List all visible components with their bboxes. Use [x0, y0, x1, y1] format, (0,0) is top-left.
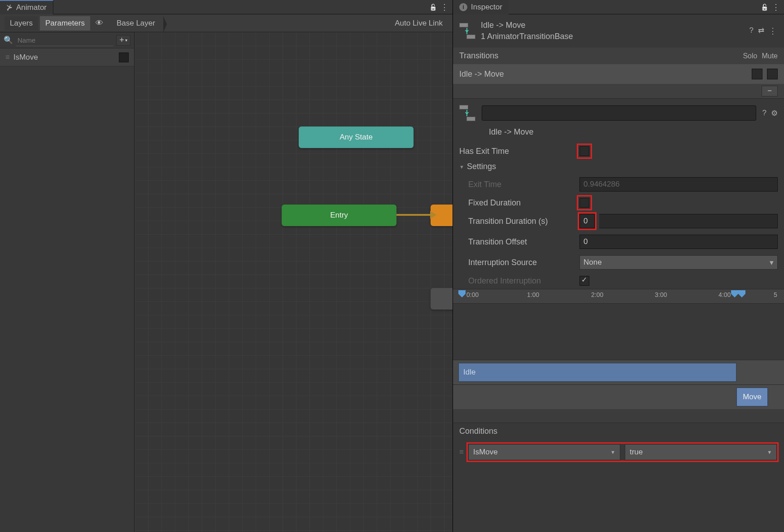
mute-label: Mute — [762, 52, 778, 60]
help-icon[interactable]: ? — [762, 109, 767, 118]
solo-label: Solo — [743, 52, 757, 60]
playhead-start-icon[interactable] — [457, 289, 466, 301]
gear-icon[interactable]: ⚙ — [771, 109, 778, 118]
settings-icon[interactable]: ⇄ — [758, 26, 764, 36]
animator-graph[interactable]: Any State Entry Idle Move — [135, 32, 453, 532]
transition-offset-label: Transition Offset — [459, 237, 575, 247]
animator-tab[interactable]: ⊁ Animator — [0, 0, 53, 14]
ruler-tick: 2:00 — [591, 291, 603, 298]
settings-foldout[interactable]: Settings — [453, 159, 784, 174]
inspector-tab[interactable]: i Inspector — [453, 0, 509, 14]
transition-offset-row: Transition Offset — [453, 231, 784, 252]
ordered-interruption-checkbox — [579, 276, 589, 286]
lock-icon[interactable] — [429, 4, 436, 11]
animator-toolbar: Layers Parameters 👁 Base Layer Auto Live… — [0, 14, 453, 32]
fixed-duration-row: Fixed Duration — [453, 195, 784, 211]
drag-handle-icon[interactable]: ≡ — [459, 448, 463, 457]
transition-offset-field[interactable] — [579, 235, 778, 249]
transition-duration-label: Transition Duration (s) — [459, 217, 575, 226]
ruler-tick: 3:00 — [655, 291, 667, 298]
mute-checkbox[interactable] — [767, 69, 778, 79]
node-entry[interactable]: Entry — [282, 205, 396, 226]
interruption-source-select[interactable]: None — [579, 255, 778, 270]
animator-tab-label: Animator — [16, 3, 47, 12]
playhead-out-icon[interactable] — [737, 289, 746, 301]
inspector-tab-label: Inspector — [471, 3, 502, 12]
parameters-tab-btn[interactable]: Parameters — [40, 16, 90, 31]
panel-menu-icon[interactable] — [441, 4, 448, 11]
transition-list-item[interactable]: Idle -> Move — [453, 64, 784, 84]
timeline-idle-track[interactable]: Idle — [453, 360, 784, 384]
menu-icon[interactable] — [769, 26, 777, 36]
help-icon[interactable]: ? — [749, 26, 754, 36]
animator-tab-bar: ⊁ Animator — [0, 0, 453, 14]
settings-label: Settings — [467, 162, 496, 171]
interruption-source-label: Interruption Source — [459, 258, 575, 267]
exit-time-field — [579, 177, 778, 192]
eye-icon[interactable]: 👁 — [96, 19, 103, 28]
transition-name-row: ? ⚙ — [453, 99, 784, 127]
parameter-item[interactable]: ≡ IsMove — [0, 48, 134, 66]
parameter-name: IsMove — [13, 53, 38, 62]
inspector-panel: i Inspector Idle -> Move 1 AnimatorTrans… — [453, 0, 784, 532]
has-exit-time-row: Has Exit Time — [453, 143, 784, 159]
ordered-interruption-row: Ordered Interruption — [453, 273, 784, 289]
condition-parameter-select[interactable]: IsMove — [468, 444, 620, 460]
timeline-ruler[interactable]: 0:00 1:00 2:00 3:00 4:00 5 — [453, 289, 784, 304]
animator-icon: ⊁ — [6, 3, 13, 12]
inspector-subtitle: 1 AnimatorTransitionBase — [481, 32, 573, 41]
transition-item-label: Idle -> Move — [459, 70, 504, 79]
layers-tab-btn[interactable]: Layers — [4, 16, 38, 31]
transition-name-input[interactable] — [482, 105, 756, 121]
node-any-state[interactable]: Any State — [299, 126, 414, 148]
breadcrumb[interactable]: Base Layer — [111, 16, 163, 31]
transition-timeline[interactable]: 0:00 1:00 2:00 3:00 4:00 5 Idle Move — [453, 289, 784, 423]
transition-icon — [459, 23, 475, 39]
ruler-tick: 4:00 — [719, 291, 731, 298]
lock-icon[interactable] — [761, 4, 768, 11]
transition-name-label: Idle -> Move — [453, 127, 784, 143]
drag-handle-icon[interactable]: ≡ — [5, 53, 9, 62]
condition-value-select[interactable]: true — [625, 444, 777, 460]
condition-row: ≡ IsMove true — [453, 440, 784, 465]
node-move[interactable]: Move — [431, 288, 453, 310]
animator-panel: ⊁ Animator Layers Parameters 👁 Base Laye… — [0, 0, 453, 532]
timeline-move-track[interactable]: Move — [453, 384, 784, 409]
transitions-header: Transitions Solo Mute — [453, 48, 784, 64]
transition-duration-row: Transition Duration (s) — [453, 211, 784, 231]
timeline-tracks[interactable] — [453, 304, 784, 360]
inspector-tab-bar: i Inspector — [453, 0, 784, 14]
remove-transition-button[interactable]: − — [762, 86, 778, 96]
transition-entry-idle[interactable] — [396, 214, 430, 216]
inspector-icon: i — [459, 3, 467, 11]
inspector-header: Idle -> Move 1 AnimatorTransitionBase ? … — [453, 14, 784, 48]
transition-icon — [459, 105, 475, 121]
add-parameter-button[interactable]: +▾ — [116, 35, 131, 46]
parameter-search-input[interactable] — [16, 35, 113, 46]
move-clip-block[interactable]: Move — [736, 388, 768, 406]
idle-clip-block[interactable]: Idle — [458, 363, 736, 382]
transitions-label: Transitions — [459, 51, 498, 61]
ordered-interruption-label: Ordered Interruption — [459, 276, 575, 286]
ruler-tick: 1:00 — [527, 291, 539, 298]
search-icon: 🔍 — [4, 35, 13, 45]
inspector-title: Idle -> Move — [481, 21, 573, 30]
fixed-duration-checkbox[interactable] — [579, 198, 589, 208]
parameters-sidebar: 🔍 +▾ ≡ IsMove — [0, 32, 135, 532]
parameter-bool-checkbox[interactable] — [119, 52, 129, 62]
fixed-duration-label: Fixed Duration — [459, 198, 575, 208]
transition-duration-field-highlight[interactable] — [579, 214, 595, 228]
has-exit-time-checkbox[interactable] — [579, 146, 589, 156]
solo-checkbox[interactable] — [752, 69, 762, 79]
interruption-source-row: Interruption Source None — [453, 252, 784, 273]
ruler-tick: 0:00 — [466, 291, 479, 298]
conditions-header: Conditions — [453, 423, 784, 440]
exit-time-row: Exit Time — [453, 174, 784, 195]
has-exit-time-label: Has Exit Time — [459, 147, 575, 156]
auto-live-link-btn[interactable]: Auto Live Link — [389, 16, 448, 31]
exit-time-label: Exit Time — [459, 180, 575, 189]
ruler-tick: 5 — [774, 291, 777, 298]
breadcrumb-item[interactable]: Base Layer — [111, 16, 163, 31]
panel-menu-icon[interactable] — [772, 4, 780, 11]
transition-duration-field[interactable] — [599, 214, 778, 228]
